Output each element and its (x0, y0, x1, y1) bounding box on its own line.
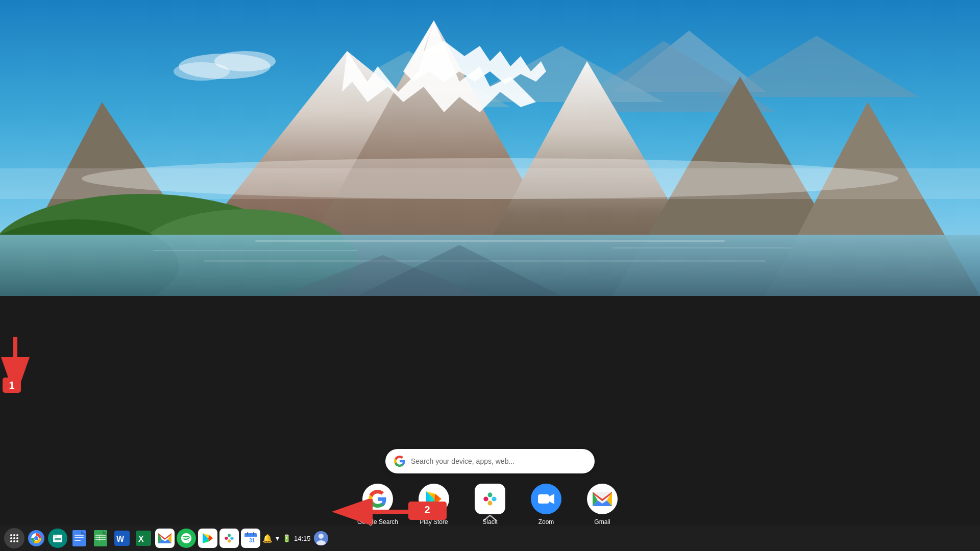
shelf-sheets[interactable] (91, 529, 110, 548)
annotation-arrow-1: 1 (0, 332, 41, 393)
svg-rect-39 (489, 493, 492, 497)
search-bar[interactable]: Search your device, apps, web... (385, 449, 595, 473)
svg-text:31: 31 (249, 538, 255, 543)
svg-rect-25 (612, 247, 791, 248)
svg-rect-41 (538, 494, 549, 504)
shelf-excel[interactable]: X (134, 529, 153, 548)
gmail-icon (587, 484, 618, 514)
zoom-icon (531, 484, 561, 514)
svg-rect-40 (489, 501, 492, 506)
svg-point-52 (16, 537, 18, 539)
svg-rect-37 (484, 498, 488, 500)
svg-rect-23 (255, 240, 725, 242)
svg-rect-38 (492, 498, 497, 500)
svg-point-50 (10, 537, 12, 539)
launcher-app-gmail[interactable]: Gmail (582, 484, 623, 525)
svg-rect-72 (95, 539, 106, 540)
annotation-arrow-2: 2 (322, 499, 449, 524)
shelf-docs[interactable] (69, 529, 89, 548)
shelf-files[interactable] (48, 529, 67, 548)
zoom-label: Zoom (538, 518, 554, 525)
launcher-button[interactable] (4, 528, 24, 548)
svg-point-59 (34, 536, 38, 540)
shelf-play-store[interactable] (198, 529, 217, 548)
svg-point-54 (13, 540, 15, 542)
svg-rect-94 (228, 534, 230, 537)
svg-rect-92 (225, 537, 228, 539)
shelf-chrome[interactable] (27, 529, 46, 548)
svg-point-47 (10, 534, 12, 536)
svg-text:1: 1 (9, 380, 14, 391)
shelf-spotify[interactable] (177, 529, 196, 548)
clock: 14:15 (294, 535, 311, 542)
svg-rect-93 (231, 537, 234, 539)
battery-icon: 🔋 (282, 534, 291, 542)
svg-rect-71 (95, 537, 106, 538)
bell-icon[interactable]: 🔔 (262, 534, 273, 543)
user-avatar[interactable] (314, 531, 328, 545)
chevron-up-button[interactable] (481, 513, 499, 523)
svg-point-103 (318, 534, 324, 539)
svg-point-3 (174, 62, 230, 81)
shelf: W X (0, 525, 980, 551)
shelf-calendar[interactable]: 31 (241, 529, 260, 548)
launcher-app-zoom[interactable]: Zoom (526, 484, 567, 525)
svg-text:W: W (116, 535, 125, 543)
wallpaper (0, 0, 980, 296)
svg-text:X: X (138, 535, 144, 543)
svg-point-48 (13, 534, 15, 536)
svg-rect-70 (95, 535, 106, 536)
svg-point-53 (10, 540, 12, 542)
svg-marker-42 (549, 494, 554, 504)
google-g-icon (394, 455, 406, 467)
svg-rect-66 (75, 537, 84, 538)
svg-rect-98 (244, 535, 257, 537)
shelf-slack2[interactable] (219, 529, 239, 548)
svg-point-55 (16, 540, 18, 542)
wifi-icon: ▾ (276, 534, 279, 542)
svg-point-49 (16, 534, 18, 536)
gmail-label: Gmail (594, 518, 610, 525)
search-placeholder: Search your device, apps, web... (411, 457, 586, 465)
svg-rect-65 (75, 535, 84, 536)
svg-rect-24 (153, 250, 357, 251)
svg-rect-67 (75, 540, 81, 541)
svg-rect-95 (228, 540, 230, 543)
svg-text:2: 2 (424, 504, 430, 515)
svg-rect-69 (94, 530, 107, 546)
shelf-gmail[interactable] (155, 529, 175, 548)
svg-rect-61 (53, 535, 57, 537)
svg-point-51 (13, 537, 15, 539)
slack-icon (475, 484, 505, 514)
shelf-word[interactable]: W (112, 529, 132, 548)
status-area: 🔔 ▾ 🔋 14:15 (262, 531, 330, 545)
